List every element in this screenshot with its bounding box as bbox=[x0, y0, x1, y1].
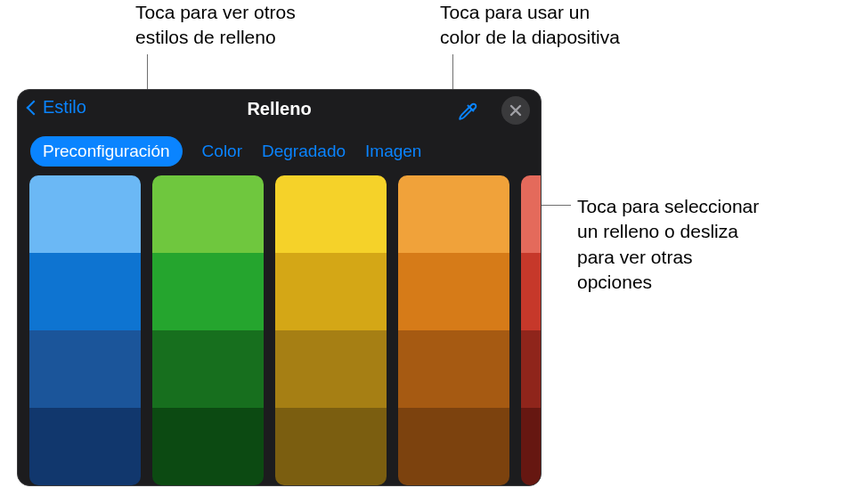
swatch[interactable] bbox=[398, 253, 509, 330]
swatch[interactable] bbox=[521, 408, 541, 485]
swatch[interactable] bbox=[275, 408, 387, 485]
swatch[interactable] bbox=[275, 330, 387, 408]
fill-tabs: Preconfiguración Color Degradado Imagen bbox=[18, 131, 541, 179]
swatch[interactable] bbox=[275, 175, 387, 253]
tab-image[interactable]: Imagen bbox=[365, 142, 421, 161]
swatch[interactable] bbox=[29, 253, 141, 330]
swatch[interactable] bbox=[521, 253, 541, 330]
tab-gradient[interactable]: Degradado bbox=[262, 142, 346, 161]
callout-text-fill-styles: Toca para ver otros estilos de relleno bbox=[135, 0, 367, 51]
tab-preset[interactable]: Preconfiguración bbox=[30, 136, 183, 167]
swatches-row bbox=[18, 175, 541, 485]
swatch-column bbox=[398, 175, 509, 485]
close-button[interactable] bbox=[501, 96, 530, 125]
swatches-scroller[interactable] bbox=[18, 175, 541, 485]
swatch-column bbox=[152, 175, 264, 485]
callout-text-eyedropper: Toca para usar un color de la diapositiv… bbox=[440, 0, 707, 51]
tab-color[interactable]: Color bbox=[202, 142, 242, 161]
swatch[interactable] bbox=[152, 253, 264, 330]
swatch[interactable] bbox=[152, 330, 264, 408]
swatch[interactable] bbox=[152, 408, 264, 485]
swatch[interactable] bbox=[398, 408, 509, 485]
swatch[interactable] bbox=[275, 253, 387, 330]
close-icon bbox=[509, 104, 522, 117]
swatch-column bbox=[275, 175, 387, 485]
eyedropper-icon bbox=[457, 99, 480, 122]
swatch[interactable] bbox=[521, 330, 541, 408]
panel-header: Estilo Relleno bbox=[18, 90, 541, 131]
swatch-column bbox=[29, 175, 141, 485]
eyedropper-button[interactable] bbox=[453, 95, 484, 126]
swatch[interactable] bbox=[29, 330, 141, 408]
callout-text-swatch: Toca para seleccionar un relleno o desli… bbox=[577, 194, 827, 295]
swatch[interactable] bbox=[398, 175, 509, 253]
swatch-column bbox=[521, 175, 541, 485]
swatch[interactable] bbox=[521, 175, 541, 253]
swatch[interactable] bbox=[152, 175, 264, 253]
swatch[interactable] bbox=[398, 330, 509, 408]
swatch[interactable] bbox=[29, 408, 141, 485]
fill-panel: Estilo Relleno Preconfiguración Color De… bbox=[17, 89, 542, 486]
swatch[interactable] bbox=[29, 175, 141, 253]
